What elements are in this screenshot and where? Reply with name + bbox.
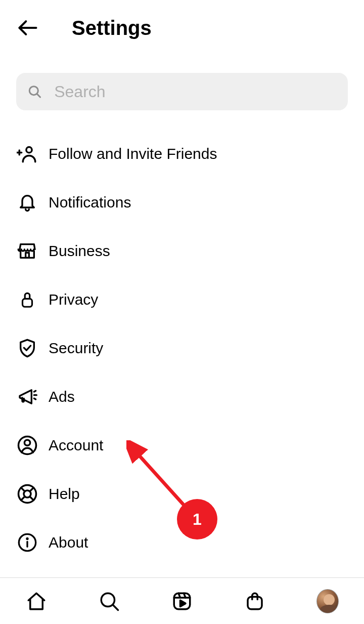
nav-shop[interactable]: [244, 590, 266, 612]
nav-reels[interactable]: [171, 590, 193, 612]
svg-point-12: [24, 440, 30, 445]
menu-item-help[interactable]: Help: [16, 470, 348, 518]
menu-item-business[interactable]: Business: [16, 227, 348, 275]
back-button[interactable]: [16, 16, 39, 39]
svg-line-17: [30, 488, 34, 492]
svg-rect-7: [23, 299, 32, 307]
arrow-left-icon: [17, 17, 39, 39]
svg-line-15: [21, 488, 25, 492]
menu-label: Account: [49, 437, 103, 454]
menu-item-ads[interactable]: Ads: [16, 372, 348, 421]
menu-label: Privacy: [49, 291, 98, 308]
search-icon: [99, 591, 120, 612]
svg-line-16: [30, 496, 34, 501]
svg-line-2: [37, 94, 40, 97]
menu-label: Help: [49, 485, 80, 503]
svg-rect-6: [26, 253, 29, 258]
svg-line-10: [34, 398, 35, 399]
menu-label: Business: [49, 242, 110, 260]
nav-home[interactable]: [25, 590, 48, 612]
storefront-icon: [16, 240, 38, 262]
page-title: Settings: [72, 17, 152, 39]
bell-icon: [16, 191, 38, 214]
shop-icon: [244, 591, 265, 612]
nav-search[interactable]: [98, 590, 120, 612]
menu-item-follow-invite[interactable]: Follow and Invite Friends: [16, 130, 348, 178]
life-ring-icon: [16, 483, 38, 505]
search-container: [16, 73, 348, 110]
header: Settings: [0, 0, 364, 50]
menu-item-notifications[interactable]: Notifications: [16, 178, 348, 227]
person-plus-icon: [16, 143, 38, 165]
svg-line-24: [113, 605, 118, 610]
menu-label: About: [49, 534, 88, 551]
search-icon: [27, 84, 42, 100]
menu-item-privacy[interactable]: Privacy: [16, 275, 348, 324]
svg-marker-29: [180, 600, 186, 606]
search-bar[interactable]: [16, 73, 348, 110]
menu-label: Security: [49, 340, 103, 357]
avatar-icon: [316, 589, 339, 613]
megaphone-icon: [16, 386, 38, 408]
bottom-nav: [0, 577, 364, 624]
menu-item-about[interactable]: About: [16, 518, 348, 567]
nav-profile[interactable]: [316, 590, 339, 612]
lock-icon: [16, 288, 38, 311]
menu-label: Follow and Invite Friends: [49, 145, 217, 162]
reels-icon: [171, 591, 193, 612]
search-input[interactable]: [54, 82, 337, 101]
menu-item-security[interactable]: Security: [16, 324, 348, 372]
home-icon: [26, 591, 47, 612]
menu-list: Follow and Invite Friends Notifications …: [0, 126, 364, 567]
user-circle-icon: [16, 434, 38, 456]
svg-line-18: [21, 496, 25, 501]
info-circle-icon: [16, 531, 38, 554]
menu-label: Ads: [49, 388, 75, 405]
svg-rect-30: [248, 597, 262, 609]
menu-label: Notifications: [49, 194, 131, 211]
svg-point-3: [26, 147, 32, 153]
svg-point-21: [27, 538, 28, 539]
shield-check-icon: [16, 337, 38, 359]
svg-line-8: [34, 391, 35, 392]
menu-item-account[interactable]: Account: [16, 421, 348, 470]
